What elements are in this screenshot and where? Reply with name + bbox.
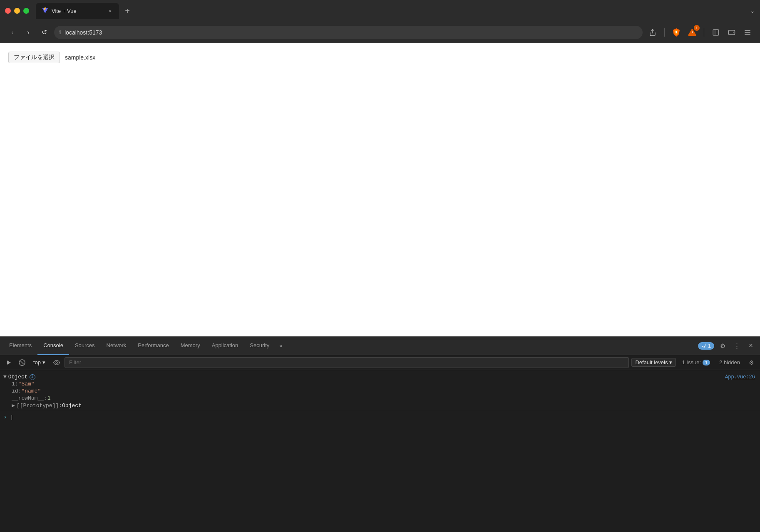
svg-rect-2 <box>713 30 719 35</box>
forward-button[interactable]: › <box>22 27 34 38</box>
tab-console[interactable]: Console <box>37 337 69 355</box>
log-levels-dropdown[interactable]: Default levels ▾ <box>631 358 676 367</box>
log-levels-arrow: ▾ <box>669 359 672 365</box>
wallets-button[interactable] <box>726 27 738 38</box>
alert-icon-wrap: 1 <box>686 27 698 38</box>
minimize-traffic-light[interactable] <box>14 8 20 14</box>
console-prompt[interactable]: › | <box>0 411 760 423</box>
console-badge[interactable]: 🗨 1 <box>698 342 714 350</box>
tab-more[interactable]: » <box>275 337 286 355</box>
prompt-arrow-icon: › <box>3 414 7 420</box>
svg-line-10 <box>20 361 24 364</box>
frame-selector-arrow: ▾ <box>42 359 45 365</box>
prop-key-id: id: <box>12 388 21 394</box>
nav-bar: ‹ › ↺ ℹ localhost:5173 <box>0 22 760 43</box>
prop-key-rownum: __rowNum__: <box>12 395 47 401</box>
tab-performance[interactable]: Performance <box>132 337 174 355</box>
devtools-settings-button[interactable]: ⚙ <box>717 340 728 352</box>
menu-button[interactable] <box>742 27 753 38</box>
frame-selector[interactable]: top ▾ <box>30 358 49 366</box>
tab-security[interactable]: Security <box>244 337 275 355</box>
prop-key-1: 1: <box>12 381 18 387</box>
tab-elements[interactable]: Elements <box>3 337 37 355</box>
console-clear-button[interactable] <box>17 357 27 368</box>
console-badge-count: 1 <box>708 343 711 349</box>
console-entry: ▼ Object i 1: "Sam" id: "name" __rowNum_… <box>0 372 760 411</box>
prototype-key: [[Prototype]]: <box>17 403 62 409</box>
entry-location[interactable]: App.vue:26 <box>725 374 755 380</box>
tab-application[interactable]: Application <box>206 337 244 355</box>
close-traffic-light[interactable] <box>5 8 11 14</box>
file-name-label: sample.xlsx <box>65 54 95 61</box>
tab-bar: Vite + Vue × + <box>36 3 747 19</box>
security-tab-label: Security <box>250 342 269 348</box>
devtools-more-button[interactable]: ⋮ <box>731 340 743 352</box>
maximize-traffic-light[interactable] <box>23 8 29 14</box>
console-filter-input[interactable] <box>65 357 629 368</box>
console-output: ▼ Object i 1: "Sam" id: "name" __rowNum_… <box>0 370 760 532</box>
nav-divider2 <box>704 28 704 37</box>
svg-rect-4 <box>729 30 735 35</box>
active-tab[interactable]: Vite + Vue × <box>36 3 119 19</box>
brave-icon[interactable] <box>671 27 682 38</box>
object-info-icon[interactable]: i <box>30 374 35 380</box>
object-collapse-arrow[interactable]: ▼ <box>3 374 7 380</box>
tab-memory[interactable]: Memory <box>175 337 206 355</box>
traffic-lights <box>5 8 29 14</box>
prop-val-id: "name" <box>21 388 41 394</box>
prop-val-1: "Sam" <box>18 381 35 387</box>
address-info-icon: ℹ <box>59 29 61 35</box>
tab-title: Vite + Vue <box>52 8 103 14</box>
reload-button[interactable]: ↺ <box>38 27 50 38</box>
devtools-actions: 🗨 1 ⚙ ⋮ × <box>698 340 757 352</box>
object-label: Object <box>8 374 28 380</box>
sources-tab-label: Sources <box>75 342 95 348</box>
nav-actions: 1 <box>647 27 753 38</box>
prototype-expand-arrow[interactable]: ▶ <box>12 402 15 409</box>
devtools-tab-bar: Elements Console Sources Network Perform… <box>0 337 760 355</box>
console-badge-icon: 🗨 <box>701 343 706 349</box>
devtools-panel: Elements Console Sources Network Perform… <box>0 336 760 532</box>
console-eye-button[interactable] <box>51 357 62 368</box>
browser-window: Vite + Vue × + ⌄ ‹ › ↺ ℹ localhost:5173 <box>0 0 760 532</box>
page-content: ファイルを選択 sample.xlsx <box>0 43 760 336</box>
application-tab-label: Application <box>212 342 238 348</box>
nav-divider <box>664 28 665 37</box>
window-menu-chevron[interactable]: ⌄ <box>750 7 755 14</box>
prop-val-rownum: 1 <box>47 395 51 401</box>
object-prop-id: id: "name" <box>3 388 757 395</box>
share-button[interactable] <box>647 27 658 38</box>
file-select-button[interactable]: ファイルを選択 <box>8 52 60 63</box>
console-tab-label: Console <box>43 342 63 348</box>
issues-button[interactable]: 1 Issue: 1 <box>678 358 713 366</box>
performance-tab-label: Performance <box>138 342 169 348</box>
prototype-val: Object <box>62 403 82 409</box>
address-text: localhost:5173 <box>65 29 638 36</box>
object-prop-1: 1: "Sam" <box>3 380 757 388</box>
alert-badge: 1 <box>694 25 700 31</box>
svg-point-11 <box>56 362 57 363</box>
log-levels-label: Default levels <box>635 359 668 365</box>
back-button[interactable]: ‹ <box>7 27 18 38</box>
object-prototype: ▶ [[Prototype]]: Object <box>3 402 757 409</box>
new-tab-button[interactable]: + <box>122 5 133 17</box>
object-header-line: ▼ Object i <box>3 373 757 380</box>
tab-network[interactable]: Network <box>101 337 132 355</box>
address-bar[interactable]: ℹ localhost:5173 <box>54 26 643 39</box>
devtools-close-button[interactable]: × <box>745 340 757 352</box>
tab-close-button[interactable]: × <box>107 7 113 14</box>
hidden-count-label: 2 hidden <box>716 358 743 366</box>
console-settings-button[interactable]: ⚙ <box>746 357 757 368</box>
prompt-cursor: | <box>10 414 13 420</box>
issues-badge: 1 <box>703 360 710 365</box>
memory-tab-label: Memory <box>181 342 200 348</box>
console-execute-button[interactable] <box>3 357 14 368</box>
svg-marker-8 <box>7 360 11 365</box>
tab-sources[interactable]: Sources <box>69 337 101 355</box>
issues-label: 1 Issue: <box>682 359 701 365</box>
title-bar: Vite + Vue × + ⌄ <box>0 0 760 22</box>
frame-selector-label: top <box>33 359 41 365</box>
sidebar-button[interactable] <box>710 27 722 38</box>
file-input-area: ファイルを選択 sample.xlsx <box>8 52 752 63</box>
elements-tab-label: Elements <box>9 342 32 348</box>
